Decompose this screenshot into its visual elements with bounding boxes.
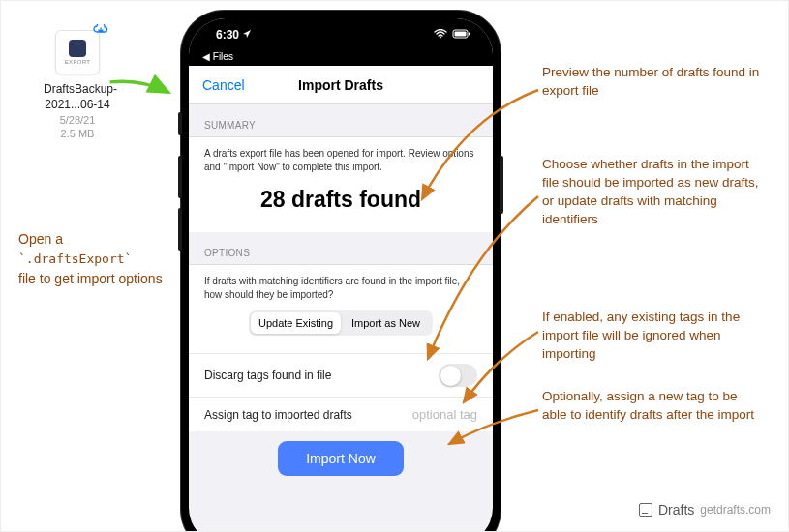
drafts-found-count: 28 drafts found	[204, 187, 477, 213]
file-size: 2.5 MB	[44, 128, 111, 139]
file-thumbnail: EXPORT	[55, 30, 100, 74]
brand-name: Drafts	[658, 502, 694, 517]
cloud-download-icon	[93, 23, 108, 39]
left-instruction: Open a `.draftsExport` file to get impor…	[18, 229, 164, 288]
svg-rect-2	[455, 32, 467, 37]
assign-tag-row: Assign tag to imported drafts optional t…	[189, 397, 493, 431]
assign-tag-input[interactable]: optional tag	[412, 407, 477, 422]
file-date: 5/28/21	[44, 114, 111, 126]
navbar: Cancel Import Drafts	[189, 66, 493, 104]
phone-frame: 6:30 ◀ Files Cancel Import Drafts SUMMAR…	[181, 11, 501, 532]
summary-desc: A drafts export file has been opened for…	[204, 147, 477, 173]
annotation-discard-tags: If enabled, any existing tags in the imp…	[542, 309, 765, 364]
summary-header: SUMMARY	[189, 104, 493, 137]
discard-tags-row: Discarg tags found in file	[189, 353, 493, 397]
annotation-choose-mode: Choose whether drafts in the import file…	[542, 156, 765, 229]
brand: Drafts getdrafts.com	[639, 502, 771, 517]
page-title: Import Drafts	[298, 77, 383, 93]
thumb-label: EXPORT	[65, 59, 90, 65]
battery-icon	[452, 28, 471, 42]
svg-rect-3	[469, 33, 470, 36]
seg-import-as-new[interactable]: Import as New	[341, 312, 431, 334]
statusbar-time: 6:30	[216, 28, 239, 42]
discard-tags-switch[interactable]	[439, 364, 477, 387]
location-icon	[242, 28, 252, 42]
brand-url: getdrafts.com	[700, 503, 771, 517]
back-to-files[interactable]: ◀ Files	[189, 51, 493, 66]
import-now-button[interactable]: Import Now	[278, 441, 404, 476]
open-arrow	[107, 74, 175, 103]
annotation-assign-tag: Optionally, assign a new tag to be able …	[542, 388, 765, 425]
cancel-button[interactable]: Cancel	[202, 77, 245, 93]
assign-tag-label: Assign tag to imported drafts	[204, 408, 352, 422]
drafts-logo-icon	[639, 503, 652, 517]
seg-update-existing[interactable]: Update Existing	[251, 312, 341, 334]
annotation-preview: Preview the number of drafts found in ex…	[542, 64, 765, 101]
export-file[interactable]: EXPORT DraftsBackup-2021...06-14 5/28/21…	[44, 30, 111, 139]
discard-tags-label: Discarg tags found in file	[204, 369, 331, 382]
wifi-icon	[434, 28, 447, 42]
file-name: DraftsBackup-2021...06-14	[44, 82, 111, 112]
svg-point-0	[440, 37, 441, 39]
options-desc: If drafts with matching identifiers are …	[204, 275, 477, 301]
options-header: OPTIONS	[189, 232, 493, 265]
import-mode-segmented[interactable]: Update Existing Import as New	[249, 310, 433, 336]
